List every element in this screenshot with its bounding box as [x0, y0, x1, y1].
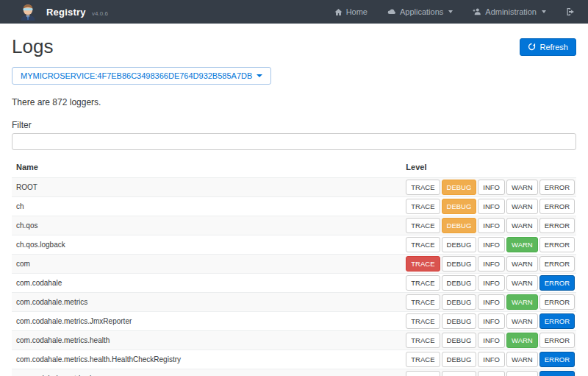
nav-item-home[interactable]: Home [334, 7, 368, 16]
logger-level-group: TRACEDEBUGINFOWARNERROR [401, 274, 576, 293]
chevron-down-icon [448, 10, 453, 13]
level-button-debug[interactable]: DEBUG [442, 180, 477, 195]
logger-name: com.codahale.metrics [12, 293, 401, 312]
nav-label: Administration [485, 7, 537, 16]
level-button-info[interactable]: INFO [478, 333, 505, 348]
level-button-info[interactable]: INFO [478, 371, 505, 376]
level-button-warn[interactable]: WARN [506, 333, 538, 348]
level-button-debug[interactable]: DEBUG [442, 313, 477, 329]
level-button-info[interactable]: INFO [478, 199, 505, 214]
level-button-debug[interactable]: DEBUG [442, 371, 477, 376]
table-row: com.codahale.metrics.JmxReporterTRACEDEB… [12, 312, 576, 331]
instance-selector-dropdown[interactable]: MYMICROSERVICE:4F7EB86C3498366DE764D932B… [12, 67, 271, 85]
app-title: Registry [46, 7, 86, 18]
level-button-debug[interactable]: DEBUG [442, 237, 477, 252]
level-button-info[interactable]: INFO [478, 352, 505, 367]
level-button-error[interactable]: ERROR [539, 352, 575, 367]
level-button-info[interactable]: INFO [478, 294, 505, 310]
logger-name: com.codahale.metrics.health [12, 331, 401, 350]
table-row: ROOTTRACEDEBUGINFOWARNERROR [12, 178, 576, 197]
level-button-warn[interactable]: WARN [506, 371, 538, 376]
level-button-warn[interactable]: WARN [506, 313, 538, 329]
level-button-error[interactable]: ERROR [539, 294, 575, 310]
logger-name: com.codahale.metrics.health.HealthCheckR… [12, 350, 401, 369]
level-button-trace[interactable]: TRACE [406, 333, 440, 348]
level-button-error[interactable]: ERROR [539, 256, 575, 272]
filter-input[interactable] [12, 133, 576, 150]
logger-name: ch [12, 197, 401, 216]
level-button-trace[interactable]: TRACE [406, 275, 440, 291]
level-button-error[interactable]: ERROR [539, 371, 575, 376]
level-button-info[interactable]: INFO [478, 313, 505, 329]
level-button-error[interactable]: ERROR [539, 333, 575, 348]
column-header-name: Name [12, 157, 401, 178]
table-row: ch.qos.logbackTRACEDEBUGINFOWARNERROR [12, 235, 576, 255]
logger-name: com.codahale [12, 274, 401, 293]
navbar-menu: Home Applications Administration [334, 7, 575, 16]
level-button-trace[interactable]: TRACE [406, 237, 440, 252]
refresh-icon [528, 43, 536, 51]
brand-link[interactable]: Registry v4.0.6 [19, 3, 108, 21]
level-button-trace[interactable]: TRACE [406, 199, 440, 214]
level-button-error[interactable]: ERROR [539, 275, 575, 291]
table-row: ch.qosTRACEDEBUGINFOWARNERROR [12, 216, 576, 235]
level-button-error[interactable]: ERROR [539, 218, 575, 233]
level-button-warn[interactable]: WARN [506, 275, 538, 291]
level-button-info[interactable]: INFO [478, 275, 505, 291]
level-button-trace[interactable]: TRACE [406, 352, 440, 367]
nav-item-applications[interactable]: Applications [387, 7, 453, 16]
level-button-info[interactable]: INFO [478, 237, 505, 252]
logger-level-group: TRACEDEBUGINFOWARNERROR [401, 235, 576, 255]
logger-level-group: TRACEDEBUGINFOWARNERROR [401, 197, 576, 216]
level-button-error[interactable]: ERROR [539, 237, 575, 252]
logger-name: com.codahale.metrics.jvm [12, 369, 401, 376]
level-button-warn[interactable]: WARN [506, 294, 538, 310]
level-button-debug[interactable]: DEBUG [442, 218, 477, 233]
level-button-debug[interactable]: DEBUG [442, 333, 477, 348]
level-button-trace[interactable]: TRACE [406, 218, 440, 233]
top-navbar: Registry v4.0.6 Home Applications Adm [0, 0, 588, 24]
table-row: com.codahale.metrics.jvmTRACEDEBUGINFOWA… [12, 369, 576, 376]
level-button-warn[interactable]: WARN [506, 237, 538, 252]
level-button-info[interactable]: INFO [478, 180, 505, 195]
logger-name: com.codahale.metrics.JmxReporter [12, 312, 401, 331]
level-button-debug[interactable]: DEBUG [442, 275, 477, 291]
nav-item-signout[interactable] [566, 7, 575, 16]
level-button-warn[interactable]: WARN [506, 180, 538, 195]
sign-out-icon [566, 7, 575, 16]
level-button-trace[interactable]: TRACE [406, 256, 440, 272]
refresh-button[interactable]: Refresh [520, 38, 576, 56]
table-row: com.codahale.metrics.health.HealthCheckR… [12, 350, 576, 369]
logger-level-group: TRACEDEBUGINFOWARNERROR [401, 350, 576, 369]
logger-level-group: TRACEDEBUGINFOWARNERROR [401, 312, 576, 331]
jhipster-avatar-icon [19, 3, 37, 21]
level-button-trace[interactable]: TRACE [406, 371, 440, 376]
level-button-trace[interactable]: TRACE [406, 180, 440, 195]
table-row: com.codahale.metricsTRACEDEBUGINFOWARNER… [12, 293, 576, 312]
level-button-debug[interactable]: DEBUG [442, 256, 477, 272]
table-row: comTRACEDEBUGINFOWARNERROR [12, 255, 576, 274]
table-row: chTRACEDEBUGINFOWARNERROR [12, 197, 576, 216]
logger-level-group: TRACEDEBUGINFOWARNERROR [401, 178, 576, 197]
chevron-down-icon [542, 10, 546, 13]
loggers-table-body: ROOTTRACEDEBUGINFOWARNERRORchTRACEDEBUGI… [12, 178, 576, 376]
level-button-warn[interactable]: WARN [506, 352, 538, 367]
level-button-error[interactable]: ERROR [539, 313, 575, 329]
level-button-debug[interactable]: DEBUG [442, 294, 477, 310]
level-button-warn[interactable]: WARN [506, 256, 538, 272]
level-button-warn[interactable]: WARN [506, 199, 538, 214]
level-button-trace[interactable]: TRACE [406, 294, 440, 310]
table-row: com.codahale.metrics.healthTRACEDEBUGINF… [12, 331, 576, 350]
logger-name: ch.qos [12, 216, 401, 235]
level-button-warn[interactable]: WARN [506, 218, 538, 233]
nav-item-administration[interactable]: Administration [473, 7, 546, 16]
level-button-error[interactable]: ERROR [539, 199, 575, 214]
logger-name: ROOT [12, 178, 401, 197]
level-button-trace[interactable]: TRACE [406, 313, 440, 329]
level-button-error[interactable]: ERROR [539, 180, 575, 195]
level-button-debug[interactable]: DEBUG [442, 352, 477, 367]
level-button-info[interactable]: INFO [478, 218, 505, 233]
level-button-debug[interactable]: DEBUG [442, 199, 477, 214]
level-button-info[interactable]: INFO [478, 256, 505, 272]
home-icon [334, 8, 343, 16]
